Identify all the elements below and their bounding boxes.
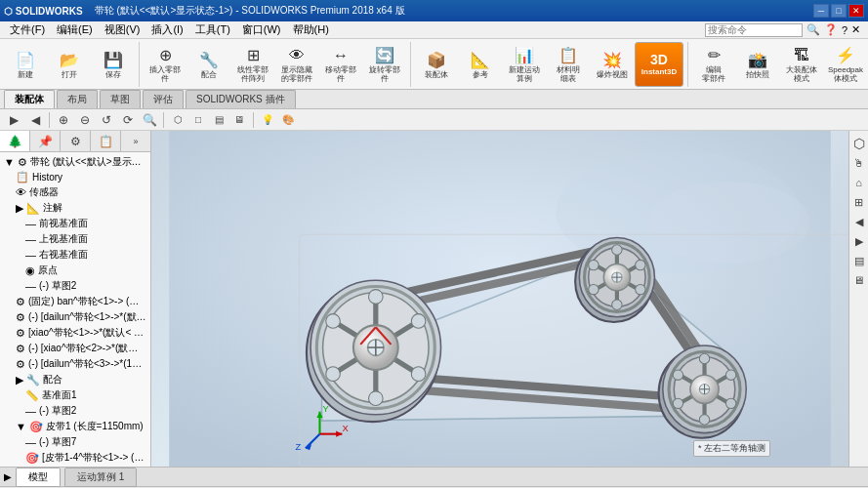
rotate-component-icon: 🔄 bbox=[373, 45, 396, 66]
instant3d-button[interactable]: 3D Instant3D bbox=[635, 42, 683, 87]
tree-sketch2[interactable]: — (-) 草图2 bbox=[2, 278, 148, 294]
insert-component-button[interactable]: ⊕ 插入零部件 bbox=[144, 42, 186, 87]
play-button[interactable]: ▶ bbox=[4, 111, 23, 129]
fm-tab-expand[interactable]: » bbox=[121, 131, 150, 151]
show-hide-button[interactable]: 👁 显示隐藏的零部件 bbox=[275, 42, 318, 87]
tree-sketch7[interactable]: — (-) 草图7 bbox=[2, 434, 148, 450]
zoom-in-button[interactable]: ⊕ bbox=[54, 111, 73, 129]
close-button[interactable]: ✕ bbox=[848, 4, 864, 18]
menu-edit[interactable]: 编辑(E) bbox=[51, 21, 99, 38]
assembly-features-button[interactable]: 📦 装配体 bbox=[415, 42, 458, 87]
tree-root[interactable]: ▼ ⚙ 带轮 (默认<<默认>显示状态-1>) bbox=[2, 154, 148, 170]
3d-mouse-button[interactable]: 🖱 bbox=[850, 154, 868, 172]
tree-annotations[interactable]: ▶ 📐 注解 bbox=[2, 200, 148, 216]
speedpak-button[interactable]: ⚡ Speedpak体模式 bbox=[824, 42, 867, 87]
tree-belt[interactable]: ▼ 🎯 皮带1 (长度=1150mm) bbox=[2, 419, 148, 434]
search-icon: 🔍 bbox=[806, 23, 820, 36]
tree-belt4[interactable]: 🎯 [皮带1-4^带轮<1>-> (默认... bbox=[2, 450, 148, 466]
tree-datum1[interactable]: 📏 基准面1 bbox=[2, 387, 148, 403]
instant3d-label: Instant3D bbox=[641, 67, 677, 76]
tree-top-plane[interactable]: — 上视基准面 bbox=[2, 231, 148, 247]
view-home-button[interactable]: ⌂ bbox=[850, 174, 868, 191]
snapshot-label: 拍快照 bbox=[746, 71, 769, 80]
fm-tab-layers[interactable]: 📋 bbox=[91, 131, 121, 151]
snapshot-button[interactable]: 📸 拍快照 bbox=[736, 42, 779, 87]
save-button[interactable]: 💾 保存 bbox=[92, 42, 135, 87]
tab-sketch[interactable]: 草图 bbox=[100, 90, 141, 108]
view-previous-button[interactable]: ◀ bbox=[850, 213, 868, 230]
rotate-component-button[interactable]: 🔄 旋转零部件 bbox=[363, 42, 406, 87]
edit-component-button[interactable]: ✏ 编辑零部件 bbox=[692, 42, 735, 87]
view-appearance[interactable]: 💡 bbox=[258, 111, 277, 129]
tree-history[interactable]: 📋 History bbox=[2, 170, 148, 184]
zoom-to-fit-button[interactable]: ⊞ bbox=[850, 193, 868, 211]
maximize-button[interactable]: □ bbox=[831, 4, 847, 18]
svg-point-13 bbox=[369, 290, 384, 305]
tree-right-plane[interactable]: — 右视基准面 bbox=[2, 247, 148, 263]
zoom-out-button[interactable]: ⊖ bbox=[75, 111, 95, 129]
fm-tab-settings[interactable]: ⚙ bbox=[61, 131, 91, 151]
tree-belt-expand-icon: ▼ bbox=[16, 421, 26, 432]
minimize-button[interactable]: ─ bbox=[813, 4, 829, 18]
view-materials[interactable]: 🎨 bbox=[278, 111, 298, 129]
bom-button[interactable]: 📋 材料明细表 bbox=[547, 42, 590, 87]
fit-view-button[interactable]: ⟳ bbox=[118, 111, 138, 129]
menu-view[interactable]: 视图(V) bbox=[99, 21, 146, 38]
open-button[interactable]: 📂 打开 bbox=[48, 42, 91, 87]
tab-evaluate[interactable]: 评估 bbox=[143, 90, 184, 108]
reference-button[interactable]: 📐 参考 bbox=[459, 42, 502, 87]
close-panel-icon[interactable]: ✕ bbox=[851, 23, 860, 36]
linear-array-icon: ⊞ bbox=[241, 45, 265, 66]
tree-origin[interactable]: ◉ 原点 bbox=[2, 263, 148, 278]
viewport[interactable]: Y X Z * 左右二等角轴测 bbox=[151, 131, 848, 467]
rotate-view-button[interactable]: ↺ bbox=[97, 111, 116, 129]
fm-tab-pin[interactable]: 📌 bbox=[30, 131, 61, 151]
back-button[interactable]: ◀ bbox=[25, 111, 45, 129]
menu-help[interactable]: 帮助(H) bbox=[287, 21, 335, 38]
help-icon[interactable]: ❓ bbox=[824, 23, 838, 36]
view-search-button[interactable]: 🔍 bbox=[140, 111, 159, 129]
explode-button[interactable]: 💥 爆炸视图 bbox=[591, 42, 634, 87]
display-style-button[interactable]: 🖥 bbox=[850, 271, 868, 289]
view-next-button[interactable]: ▶ bbox=[850, 232, 868, 250]
new-study-button[interactable]: 📊 新建运动算例 bbox=[503, 42, 546, 87]
tree-front-plane[interactable]: — 前视基准面 bbox=[2, 216, 148, 231]
instant3d-icon: 3D bbox=[650, 52, 668, 67]
linear-array-button[interactable]: ⊞ 线性零部件阵列 bbox=[231, 42, 274, 87]
menu-window[interactable]: 窗口(W) bbox=[236, 21, 287, 38]
tree-mate[interactable]: ▶ 🔧 配合 bbox=[2, 372, 148, 387]
new-button[interactable]: 📄 新建 bbox=[4, 42, 47, 87]
tree-sketch2b-label: (-) 草图2 bbox=[39, 404, 76, 418]
tree-dailun3[interactable]: ⚙ (-) [dailun^带轮<3>->*(1<显... bbox=[2, 356, 148, 372]
tree-sensors[interactable]: 👁 传感器 bbox=[2, 184, 148, 200]
tree-xiao1[interactable]: ⚙ [xiao^带轮<1>->*(默认< <默... bbox=[2, 325, 148, 341]
menu-file[interactable]: 文件(F) bbox=[4, 21, 51, 38]
tree-sketch2b[interactable]: — (-) 草图2 bbox=[2, 403, 148, 419]
view-cube-button[interactable]: ⬡ bbox=[850, 135, 868, 152]
view-section[interactable]: ▤ bbox=[209, 111, 228, 129]
tree-dailun1[interactable]: ⚙ (-) [dailun^带轮<1>->*(默认<... bbox=[2, 309, 148, 325]
view-display-mode[interactable]: 🖥 bbox=[229, 111, 249, 129]
menu-tools[interactable]: 工具(T) bbox=[189, 21, 236, 38]
tree-xiao2[interactable]: ⚙ (-) [xiao^带轮<2>->*(默认< <... bbox=[2, 341, 148, 356]
tree-ban[interactable]: ⚙ (固定) ban^带轮<1>-> (默认... bbox=[2, 294, 148, 309]
fm-tab-tree[interactable]: 🌲 bbox=[0, 131, 30, 151]
large-assembly-button[interactable]: 🏗 大装配体模式 bbox=[780, 42, 823, 87]
move-component-button[interactable]: ↔ 移动零部件 bbox=[319, 42, 362, 87]
options-icon[interactable]: ? bbox=[842, 24, 847, 36]
section-view-button[interactable]: ▤ bbox=[850, 252, 868, 269]
menu-insert[interactable]: 插入(I) bbox=[145, 21, 188, 38]
mate-button[interactable]: 🔧 配合 bbox=[187, 42, 230, 87]
view-perspective[interactable]: ⬡ bbox=[168, 111, 187, 129]
view-standard[interactable]: □ bbox=[188, 111, 208, 129]
tab-motion-study[interactable]: 运动算例 1 bbox=[64, 468, 137, 487]
tree-mate-expand-icon: ▶ bbox=[16, 374, 23, 386]
tree-sketch2b-icon: — bbox=[25, 405, 36, 417]
rotate-component-label: 旋转零部件 bbox=[366, 66, 403, 84]
speedpak-icon: ⚡ bbox=[834, 45, 857, 66]
tab-layout[interactable]: 布局 bbox=[57, 90, 98, 108]
tab-model[interactable]: 模型 bbox=[16, 468, 61, 487]
tab-assembly[interactable]: 装配体 bbox=[4, 90, 55, 108]
search-input[interactable] bbox=[705, 23, 803, 37]
tab-solidworks-plugin[interactable]: SOLIDWORKS 插件 bbox=[186, 90, 296, 108]
